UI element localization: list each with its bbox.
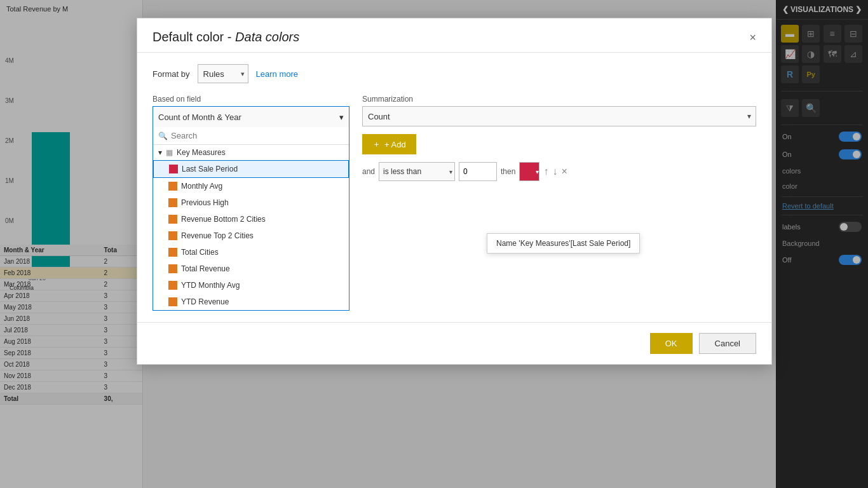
dialog-header: Default color - Data colors × <box>137 18 771 53</box>
summarization-label: Summarization <box>362 95 756 104</box>
dropdown-item-previous-high[interactable]: Previous High <box>153 194 349 211</box>
dialog-title-italic: Data colors <box>235 30 299 44</box>
dropdown-group-key-measures[interactable]: ▾ ▦ Key Measures <box>153 145 349 160</box>
dropdown-item-label: Revenue Top 2 Cities <box>181 231 254 240</box>
remove-condition-button[interactable]: × <box>561 166 567 177</box>
dropdown-item-label: YTD Monthly Avg <box>181 281 240 290</box>
chevron-down-icon: ▾ <box>158 148 162 157</box>
chevron-down-icon: ▾ <box>536 168 539 175</box>
measure-icon <box>168 281 177 290</box>
color-picker-button[interactable]: ▾ <box>519 162 539 181</box>
dropdown-item-label: Monthly Avg <box>181 182 222 191</box>
measure-icon <box>168 198 177 207</box>
measure-icon <box>168 215 177 224</box>
dropdown-item-label: Total Revenue <box>181 264 230 273</box>
dropdown-selected-value: Count of Month & Year <box>158 112 241 122</box>
operator-select[interactable]: is less than <box>379 162 455 181</box>
dropdown-item-label: YTD Revenue <box>181 297 229 306</box>
dialog-close-button[interactable]: × <box>749 32 756 43</box>
measure-icon <box>168 248 177 257</box>
format-by-row: Format by Rules Learn more <box>153 64 756 83</box>
measure-icon <box>168 297 177 306</box>
dropdown-item-total-cities[interactable]: Total Cities <box>153 244 349 261</box>
dropdown-item-label: Revenue Bottom 2 Cities <box>181 215 266 224</box>
group-icon: ▦ <box>166 148 173 157</box>
search-wrapper: 🔍 <box>153 127 349 145</box>
learn-more-link[interactable]: Learn more <box>256 69 298 79</box>
format-by-select-wrapper: Rules <box>198 64 248 83</box>
dropdown-item-ytd-revenue[interactable]: YTD Revenue <box>153 294 349 310</box>
dialog-title: Default color - Data colors <box>153 30 299 44</box>
dropdown-item-total-revenue[interactable]: Total Revenue <box>153 261 349 277</box>
operator-select-wrapper: is less than <box>379 162 455 181</box>
summarization-select[interactable]: Count <box>362 106 756 126</box>
measure-icon <box>168 231 177 240</box>
dialog-footer: OK Cancel <box>137 322 771 364</box>
chevron-down-icon: ▾ <box>339 112 344 122</box>
color-swatch <box>520 165 534 178</box>
measure-icon <box>168 182 177 191</box>
add-rule-button[interactable]: ＋ + Add <box>362 134 416 154</box>
dropdown-search-input[interactable] <box>153 127 349 145</box>
dropdown-item-label: Total Cities <box>181 248 219 257</box>
and-label: and <box>362 167 375 176</box>
condition-value-input[interactable] <box>459 162 497 181</box>
summarization-select-wrapper: Count <box>362 106 756 126</box>
dialog-title-prefix: Default color - <box>153 30 235 44</box>
based-on-field-col: Based on field Count of Month & Year ▾ 🔍 <box>153 95 349 311</box>
cancel-button[interactable]: Cancel <box>699 333 756 354</box>
tooltip-box: Name 'Key Measures'[Last Sale Period] <box>487 233 640 254</box>
dropdown-item-revenue-bottom[interactable]: Revenue Bottom 2 Cities <box>153 211 349 227</box>
dropdown-list: ▾ ▦ Key Measures Last Sale Period Monthl… <box>153 145 349 310</box>
search-icon: 🔍 <box>158 132 168 140</box>
dropdown-item-monthly-avg[interactable]: Monthly Avg <box>153 178 349 194</box>
dialog-columns: Based on field Count of Month & Year ▾ 🔍 <box>153 95 756 311</box>
dropdown-item-revenue-top[interactable]: Revenue Top 2 Cities <box>153 227 349 244</box>
dropdown-item-label: Previous High <box>181 198 229 207</box>
format-by-label: Format by <box>153 69 190 79</box>
based-on-field-label: Based on field <box>153 95 349 104</box>
dropdown-item-ytd-monthly-avg[interactable]: YTD Monthly Avg <box>153 277 349 294</box>
dialog-body: Format by Rules Learn more Based on fiel… <box>137 53 771 322</box>
format-by-select[interactable]: Rules <box>198 64 248 83</box>
add-label: + Add <box>384 140 406 149</box>
group-label: Key Measures <box>177 148 226 157</box>
summarization-col: Summarization Count ＋ + Add and <box>362 95 756 186</box>
dropdown-item-label: Last Sale Period <box>182 165 238 173</box>
dropdown-item-last-sale-period[interactable]: Last Sale Period <box>153 160 349 178</box>
condition-area: ＋ + Add and is less than then <box>362 134 756 181</box>
then-label: then <box>501 167 515 176</box>
dialog: Default color - Data colors × Format by … <box>137 18 772 365</box>
ok-button[interactable]: OK <box>650 333 693 354</box>
dropdown-header[interactable]: Count of Month & Year ▾ <box>153 107 349 127</box>
measure-icon <box>169 165 178 173</box>
tooltip-text: Name 'Key Measures'[Last Sale Period] <box>496 239 630 248</box>
plus-icon: ＋ <box>372 139 381 150</box>
move-up-button[interactable]: ↑ <box>543 166 548 177</box>
move-down-button[interactable]: ↓ <box>552 166 557 177</box>
based-on-field-dropdown[interactable]: Count of Month & Year ▾ 🔍 ▾ ▦ Key Measur… <box>153 106 349 311</box>
condition-row: and is less than then ▾ ↑ <box>362 162 756 181</box>
measure-icon <box>168 264 177 273</box>
